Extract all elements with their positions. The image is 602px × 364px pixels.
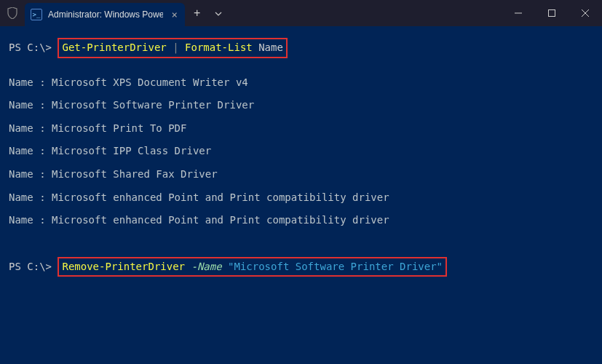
shield-icon [6, 7, 19, 20]
titlebar: >_ Administrator: Windows Powe × + [0, 0, 602, 26]
command-highlight-2: Remove-PrinterDriver -Name "Microsoft So… [58, 257, 447, 277]
maximize-button[interactable] [535, 0, 569, 26]
output-line: Name : Microsoft XPS Document Writer v4 [9, 76, 593, 90]
minimize-button[interactable] [502, 0, 535, 26]
cmdlet: Format-List [185, 41, 253, 53]
active-tab[interactable]: >_ Administrator: Windows Powe × [25, 3, 185, 26]
output-line: Name : Microsoft Software Printer Driver [9, 98, 593, 113]
cmdlet: Get-PrinterDriver [62, 41, 166, 53]
tab-title: Administrator: Windows Powe [48, 9, 163, 20]
titlebar-left: >_ Administrator: Windows Powe × + [6, 0, 228, 26]
output-line: Name : Microsoft enhanced Point and Prin… [9, 191, 593, 205]
output-block: Name : Microsoft XPS Document Writer v4 … [9, 76, 593, 228]
prompt: PS C:\> [9, 41, 52, 55]
command-line-1: PS C:\> Get-PrinterDriver | Format-List … [9, 38, 593, 58]
new-tab-button[interactable]: + [185, 7, 209, 20]
tab-dropdown-button[interactable] [209, 9, 228, 17]
output-line: Name : Microsoft IPP Class Driver [9, 144, 593, 159]
tab-close-button[interactable]: × [172, 9, 178, 20]
prompt: PS C:\> [9, 260, 52, 274]
window-controls [502, 0, 602, 26]
svg-rect-1 [549, 10, 555, 17]
powershell-icon: >_ [31, 9, 42, 20]
output-line: Name : Microsoft enhanced Point and Prin… [9, 213, 593, 228]
parameter: -Name [185, 261, 228, 272]
output-line: Name : Microsoft Print To PDF [9, 122, 593, 136]
command-line-2: PS C:\> Remove-PrinterDriver -Name "Micr… [9, 257, 593, 277]
terminal-content[interactable]: PS C:\> Get-PrinterDriver | Format-List … [0, 26, 602, 293]
close-button[interactable] [569, 0, 602, 26]
output-line: Name : Microsoft Shared Fax Driver [9, 167, 593, 182]
cmdlet: Remove-PrinterDriver [62, 261, 185, 272]
command-highlight-1: Get-PrinterDriver | Format-List Name [58, 38, 287, 58]
string-value: "Microsoft Software Printer Driver" [228, 261, 443, 272]
